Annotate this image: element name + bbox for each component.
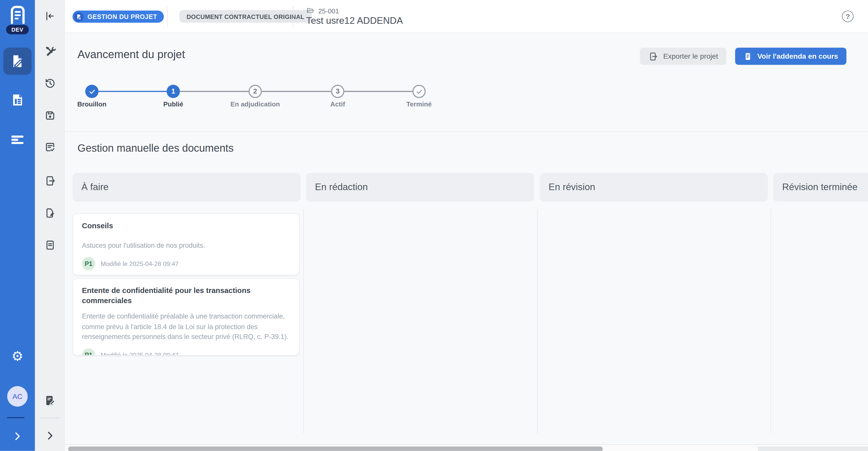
main-sidebar: DEV	[0, 0, 35, 451]
folder-open-icon	[306, 6, 314, 15]
content-area: GESTION DU PROJET DOCUMENT CONTRACTUEL O…	[65, 0, 868, 451]
chevron-right-icon	[44, 430, 55, 441]
export-project-label: Exporter le projet	[663, 52, 718, 60]
document-card[interactable]: Conseils Astuces pour l'utilisation de n…	[72, 214, 299, 275]
column-header-en-redaction: En rédaction	[306, 173, 534, 202]
history-icon	[44, 77, 56, 89]
step-label: Actif	[293, 101, 382, 108]
column-header-a-faire: À faire	[72, 173, 301, 202]
stepper-connector	[180, 91, 249, 92]
document-signature-icon	[76, 13, 82, 20]
tool-sidebar-expand-button[interactable]	[35, 424, 65, 447]
column-divider	[303, 209, 304, 433]
sidebar-divider	[7, 417, 24, 418]
help-button[interactable]: ?	[842, 10, 854, 22]
menu-lines-icon	[10, 132, 25, 146]
column-divider	[537, 209, 537, 433]
chevron-right-icon	[12, 431, 23, 442]
header-actions: Exporter le projet Voir l'addenda en cou…	[640, 48, 846, 65]
column-header-en-revision: En révision	[540, 173, 768, 202]
priority-badge: P1	[82, 348, 95, 356]
step-label: Terminé	[375, 101, 464, 108]
manual-documents-section: Gestion manuelle des documents À faire E…	[65, 133, 868, 445]
tool-item-export-document[interactable]	[35, 169, 65, 192]
document-export-icon	[44, 175, 56, 186]
save-icon	[44, 110, 56, 121]
tool-item-edit-document[interactable]	[35, 201, 65, 224]
module-badge: GESTION DU PROJET	[72, 10, 164, 23]
stepper-connector	[344, 91, 412, 92]
note-check-icon	[44, 141, 56, 153]
collapse-left-icon	[44, 10, 55, 22]
tool-item-approvals[interactable]	[35, 135, 65, 159]
card-description: Astuces pour l'utilisation de nos produi…	[82, 240, 290, 250]
document-export-icon	[648, 51, 658, 61]
stepper-connector	[262, 91, 331, 92]
column-header-revision-terminee: Révision terminée	[773, 173, 868, 202]
document-lines-icon	[44, 239, 56, 251]
project-code-row: 25-001	[306, 6, 339, 15]
step-marker-termine	[412, 85, 426, 98]
tool-item-write-shortcut[interactable]	[35, 389, 65, 412]
topbar: GESTION DU PROJET DOCUMENT CONTRACTUEL O…	[65, 0, 868, 33]
view-addenda-label: Voir l'addenda en cours	[757, 52, 838, 60]
doc-type-badge: DOCUMENT CONTRACTUEL ORIGINAL	[179, 10, 311, 23]
card-meta: P1 Modifié le 2025-04-28 09:47	[82, 348, 290, 356]
document-signature-icon	[10, 54, 25, 69]
board-title: Gestion manuelle des documents	[78, 142, 234, 154]
step-marker-adjudication: 2	[249, 85, 262, 98]
document-icon	[743, 52, 752, 61]
tool-item-project-tools[interactable]	[35, 39, 65, 63]
binder-logo-icon	[10, 5, 25, 24]
view-addenda-button[interactable]: Voir l'addenda en cours	[735, 48, 846, 65]
scrollbar-thumb[interactable]	[68, 447, 603, 451]
check-icon	[88, 88, 95, 95]
check-icon	[415, 88, 423, 95]
sidebar-item-documents[interactable]	[0, 86, 35, 114]
tools-icon	[44, 45, 56, 57]
tool-item-history[interactable]	[35, 72, 65, 95]
avatar[interactable]: AC	[7, 386, 28, 406]
card-title: Conseils	[82, 221, 290, 230]
scrollbar-track	[758, 447, 868, 451]
card-title: Entente de confidentialité pour les tran…	[82, 286, 290, 305]
export-project-button[interactable]: Exporter le projet	[640, 48, 726, 65]
sidebar-item-menu[interactable]	[0, 125, 35, 153]
app-window: DEV	[0, 0, 868, 451]
module-badge-circle	[74, 12, 84, 21]
document-card[interactable]: Entente de confidentialité pour les tran…	[72, 278, 299, 356]
tool-sidebar-divider	[40, 418, 59, 418]
tool-item-save[interactable]	[35, 104, 65, 127]
step-marker-actif: 3	[331, 85, 344, 98]
project-code: 25-001	[318, 7, 339, 15]
modified-date: Modifié le 2025-04-28 09:47	[101, 352, 179, 356]
collapse-panel-button[interactable]	[35, 4, 65, 28]
tool-item-notes[interactable]	[35, 233, 65, 257]
header-divider	[293, 6, 293, 27]
progress-section-title: Avancement du projet	[78, 48, 185, 61]
step-label: En adjudication	[211, 101, 300, 108]
sidebar-item-project-signature[interactable]	[3, 48, 32, 75]
page-title: Test usre12 ADDENDA	[306, 16, 403, 27]
step-marker-brouillon	[85, 85, 98, 98]
app-logo[interactable]	[10, 5, 25, 24]
module-badge-label: GESTION DU PROJET	[87, 13, 157, 20]
priority-badge: P1	[82, 257, 95, 271]
settings-button[interactable]: ⚙	[0, 343, 35, 369]
sidebar-expand-button[interactable]	[0, 426, 35, 446]
tool-sidebar	[35, 0, 65, 451]
card-meta: P1 Modifié le 2025-04-28 09:47	[82, 257, 290, 271]
write-document-icon	[44, 394, 56, 406]
document-form-icon	[10, 93, 25, 107]
modified-date: Modifié le 2025-04-28 09:47	[101, 260, 179, 267]
env-badge: DEV	[6, 25, 29, 34]
gear-icon: ⚙	[11, 348, 23, 364]
step-label: Publié	[129, 101, 218, 108]
step-marker-publie: 1	[167, 85, 180, 98]
document-pencil-icon	[44, 207, 56, 219]
column-divider	[771, 209, 771, 433]
kanban-board: À faire En rédaction En révision Révisio…	[72, 173, 868, 445]
header-divider	[167, 6, 168, 27]
horizontal-scrollbar	[65, 445, 868, 451]
stepper-connector	[98, 91, 167, 92]
